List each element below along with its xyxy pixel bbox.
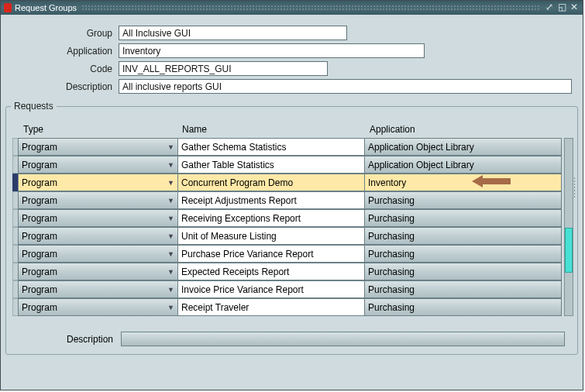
chevron-down-icon[interactable]: ▼ [167,215,174,222]
request-groups-window: Request Groups ⤢ ◱ ✕ Group Application C… [0,0,583,390]
header-form: Group Application Code Description [1,15,583,100]
oracle-icon [4,3,12,12]
type-value: Program [22,160,57,170]
description-label: Description [10,81,119,92]
application-cell[interactable]: Inventory [364,174,562,191]
type-cell[interactable]: Program▼ [18,263,178,280]
application-cell[interactable]: Purchasing [364,263,562,280]
application-cell[interactable]: Purchasing [364,280,562,298]
chevron-down-icon[interactable]: ▼ [167,304,174,311]
application-cell[interactable]: Purchasing [364,245,562,263]
group-field[interactable] [119,26,347,40]
titlebar[interactable]: Request Groups ⤢ ◱ ✕ [1,1,583,15]
name-cell[interactable]: Receipt Traveler [177,298,365,316]
chevron-down-icon[interactable]: ▼ [167,197,174,205]
description-field[interactable] [119,79,572,94]
application-label: Application [10,46,119,57]
scrollbar-thumb[interactable] [565,228,573,273]
name-cell[interactable]: Purchase Price Variance Report [177,245,365,263]
name-cell[interactable]: Gather Schema Statistics [177,138,365,156]
chevron-down-icon[interactable]: ▼ [167,161,174,169]
chevron-down-icon[interactable]: ▼ [167,179,174,187]
requests-fieldset: Requests Type Name Application Program▼G… [5,106,578,355]
close-icon[interactable]: ✕ [569,2,580,13]
chevron-down-icon[interactable]: ▼ [167,232,174,240]
table-row[interactable]: Program▼Receiving Exceptions ReportPurch… [12,209,571,227]
table-row[interactable]: Program▼Expected Receipts ReportPurchasi… [12,263,571,280]
type-cell[interactable]: Program▼ [18,209,178,227]
application-cell[interactable]: Purchasing [364,209,562,227]
type-value: Program [22,266,57,277]
col-header-type: Type [19,124,179,135]
type-value: Program [22,195,57,206]
restore-icon[interactable]: ◱ [556,2,567,13]
name-cell[interactable]: Gather Table Statistics [177,156,365,174]
type-cell[interactable]: Program▼ [18,156,178,174]
application-cell[interactable]: Purchasing [364,227,562,245]
code-label: Code [10,64,119,74]
type-cell[interactable]: Program▼ [18,280,178,298]
name-cell[interactable]: Unit of Measure Listing [177,227,365,245]
type-value: Program [22,142,57,153]
application-cell[interactable]: Application Object Library [364,138,562,156]
grid-description-label: Description [43,334,121,345]
row-resize-handle[interactable] [573,177,576,198]
requests-legend: Requests [11,101,57,112]
type-value: Program [22,284,57,295]
type-value: Program [22,302,57,313]
requests-grid: Type Name Application Program▼Gather Sch… [12,124,571,346]
name-cell[interactable]: Concurrent Program Demo [177,174,365,191]
col-header-application: Application [366,124,562,135]
table-row[interactable]: Program▼Gather Schema StatisticsApplicat… [12,138,571,156]
name-cell[interactable]: Invoice Price Variance Report [177,280,365,298]
type-cell[interactable]: Program▼ [18,174,178,191]
window-title: Request Groups [15,3,77,12]
titlebar-texture [81,5,539,11]
type-cell[interactable]: Program▼ [18,227,178,245]
minimize-icon[interactable]: ⤢ [544,2,555,13]
application-field[interactable] [119,43,425,58]
table-row[interactable]: Program▼Receipt Adjustments ReportPurcha… [12,191,571,209]
table-row[interactable]: Program▼Purchase Price Variance ReportPu… [12,245,571,263]
table-row[interactable]: Program▼Receipt TravelerPurchasing [12,298,571,316]
table-row[interactable]: Program▼Gather Table StatisticsApplicati… [12,156,571,174]
name-cell[interactable]: Expected Receipts Report [177,263,365,280]
grid-description-row: Description [12,332,571,346]
col-header-name: Name [179,124,366,135]
chevron-down-icon[interactable]: ▼ [167,268,174,276]
group-label: Group [10,28,119,39]
code-field[interactable] [119,61,328,76]
type-cell[interactable]: Program▼ [18,138,178,156]
application-cell[interactable]: Purchasing [364,298,562,316]
chevron-down-icon[interactable]: ▼ [167,286,174,294]
application-cell[interactable]: Purchasing [364,191,562,209]
grid-body: Program▼Gather Schema StatisticsApplicat… [12,138,571,316]
type-cell[interactable]: Program▼ [18,245,178,263]
name-cell[interactable]: Receipt Adjustments Report [177,191,365,209]
type-cell[interactable]: Program▼ [18,298,178,316]
chevron-down-icon[interactable]: ▼ [167,250,174,258]
chevron-down-icon[interactable]: ▼ [167,143,174,151]
type-value: Program [22,249,57,260]
table-row[interactable]: Program▼Unit of Measure ListingPurchasin… [12,227,571,245]
type-value: Program [22,231,57,242]
vertical-scrollbar[interactable] [564,138,573,316]
type-value: Program [22,213,57,224]
type-cell[interactable]: Program▼ [18,191,178,209]
table-row[interactable]: Program▼Invoice Price Variance ReportPur… [12,280,571,298]
grid-description-field[interactable] [121,332,565,346]
type-value: Program [22,177,57,188]
annotation-arrow [472,175,511,187]
grid-header: Type Name Application [19,124,571,135]
application-cell[interactable]: Application Object Library [364,156,562,174]
name-cell[interactable]: Receiving Exceptions Report [177,209,365,227]
